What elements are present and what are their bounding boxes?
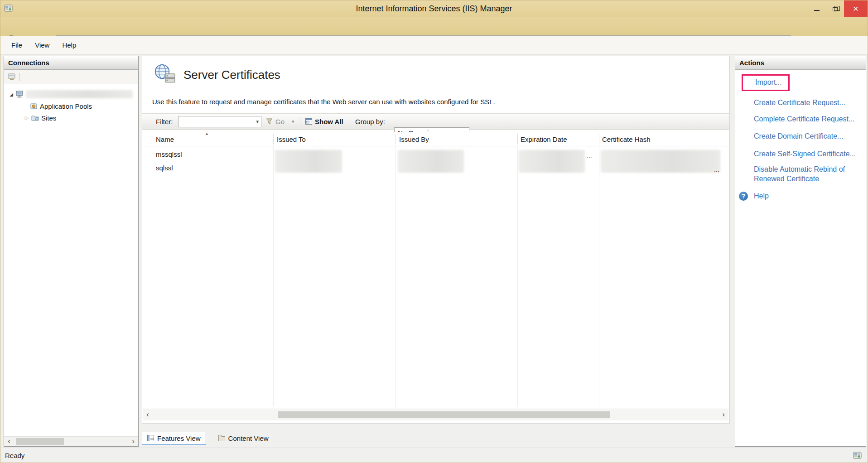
tab-content-view[interactable]: Content View (213, 432, 274, 444)
titlebar: Internet Information Services (IIS) Mana… (0, 0, 868, 17)
redacted-certificate-hash (601, 150, 720, 173)
certificate-name: mssqlssl (156, 150, 182, 158)
filter-combobox[interactable]: ▾ (178, 116, 261, 127)
show-all-icon (305, 114, 312, 129)
feature-description: Use this feature to request and manage c… (152, 98, 495, 106)
create-connection-icon[interactable] (8, 73, 16, 81)
window-controls: × (808, 0, 868, 17)
restore-button[interactable] (826, 0, 844, 17)
column-divider[interactable] (273, 134, 274, 145)
iis-manager-window: Internet Information Services (IIS) Mana… (0, 0, 868, 463)
expander-closed-icon[interactable]: ▷ (24, 115, 29, 121)
column-divider[interactable] (599, 134, 599, 145)
addressbar: ▶ 3 ▶ × ? ▾ (0, 17, 868, 36)
go-dropdown-icon[interactable]: ▾ (292, 114, 294, 129)
view-tabs: Features View Content View (142, 431, 274, 445)
tree-item-application-pools[interactable]: Application Pools (4, 100, 138, 112)
toolbar-divider (19, 73, 20, 81)
features-view-icon (147, 435, 154, 441)
expiration-ellipsis: ... (587, 152, 592, 159)
action-create-self-signed-certificate[interactable]: Create Self-Signed Certificate... (754, 149, 862, 159)
tree-item-sites[interactable]: ▷ Sites (4, 112, 138, 124)
page-title: Server Certificates (183, 68, 280, 82)
filter-input[interactable] (178, 116, 252, 127)
import-highlight-box: Import... (742, 74, 790, 91)
sort-ascending-icon: ▴ (206, 131, 208, 136)
menu-view[interactable]: View (30, 39, 54, 51)
list-horizontal-scrollbar[interactable]: ‹ › (143, 409, 728, 420)
show-all-button[interactable]: Show All (315, 114, 343, 129)
go-button[interactable]: Go (275, 114, 285, 129)
scroll-right-icon[interactable]: › (719, 410, 728, 420)
tab-features-view[interactable]: Features View (142, 432, 206, 445)
server-icon (16, 91, 24, 98)
toolbar-divider (300, 117, 300, 126)
restore-icon (833, 7, 838, 11)
minimize-button[interactable] (808, 0, 826, 17)
dropdown-icon[interactable]: ▾ (256, 119, 259, 125)
connections-header: Connections (4, 56, 138, 70)
help-icon: ? (739, 192, 748, 201)
scroll-right-icon[interactable]: › (129, 437, 137, 446)
iis-status-icon (853, 451, 862, 461)
actions-panel: Actions Import... Create Certificate Req… (735, 56, 866, 447)
scrollbar-thumb[interactable] (278, 411, 610, 418)
menu-file[interactable]: File (7, 39, 27, 51)
actions-header: Actions (735, 56, 866, 70)
action-create-domain-certificate[interactable]: Create Domain Certificate... (754, 131, 862, 141)
scroll-left-icon[interactable]: ‹ (144, 410, 152, 420)
minimize-icon (814, 10, 820, 11)
sites-folder-icon (31, 115, 39, 121)
connections-panel: Connections ◢ Application Pools (4, 56, 139, 447)
window-title: Internet Information Services (IIS) Mana… (0, 0, 868, 17)
hash-ellipsis: ... (714, 166, 719, 173)
filter-toolbar: Filter: ▾ Go ▾ Show All Group by: No Gro… (142, 113, 729, 130)
filter-label: Filter: (156, 114, 173, 129)
certificate-name: sqlssl (156, 164, 173, 172)
column-header-issued-by[interactable]: Issued By (399, 135, 429, 143)
action-disable-automatic-rebind[interactable]: Disable Automatic Rebind of Renewed Cert… (754, 164, 853, 183)
scrollbar-thumb[interactable] (16, 438, 64, 445)
column-line (273, 146, 274, 407)
server-certificates-panel: Server Certificates Use this feature to … (142, 56, 729, 424)
column-header-issued-to[interactable]: Issued To (277, 135, 306, 143)
tab-label: Content View (228, 434, 269, 442)
column-divider[interactable] (517, 134, 518, 145)
connections-horizontal-scrollbar[interactable]: ‹ › (4, 436, 138, 446)
column-line (517, 146, 518, 407)
redacted-expiration-date (519, 150, 585, 173)
scroll-left-icon[interactable]: ‹ (5, 437, 13, 446)
expander-open-icon[interactable]: ◢ (9, 92, 14, 97)
connections-tree: ◢ Application Pools ▷ Sites (4, 84, 138, 124)
action-help[interactable]: ? Help (739, 192, 866, 201)
column-header-certificate-hash[interactable]: Certificate Hash (602, 135, 651, 143)
tree-item-label: Sites (41, 114, 56, 122)
go-funnel-icon (266, 114, 273, 129)
column-divider[interactable] (395, 134, 395, 145)
action-create-certificate-request[interactable]: Create Certificate Request... (754, 98, 862, 107)
tab-label: Features View (157, 434, 201, 442)
statusbar: Ready (0, 448, 868, 463)
close-button[interactable]: × (844, 0, 868, 17)
tree-item-server[interactable]: ◢ (4, 88, 138, 100)
list-header: ▴ Name Issued To Issued By Expiration Da… (142, 132, 729, 146)
server-certificates-icon (154, 63, 176, 85)
group-by-label: Group by: (355, 114, 385, 129)
redacted-issued-to (275, 150, 342, 173)
action-import[interactable]: Import... (755, 77, 782, 87)
help-label: Help (754, 192, 769, 200)
action-complete-certificate-request[interactable]: Complete Certificate Request... (754, 114, 862, 124)
menubar: File View Help (0, 36, 868, 55)
connections-toolbar (4, 70, 138, 84)
content-view-icon (218, 436, 225, 441)
application-pools-icon (30, 103, 38, 110)
column-header-expiration-date[interactable]: Expiration Date (521, 135, 567, 143)
column-line (395, 146, 395, 407)
tree-item-label: Application Pools (40, 102, 92, 110)
status-text: Ready (5, 452, 24, 459)
column-header-name[interactable]: Name (156, 135, 174, 143)
toolbar-divider (350, 117, 350, 126)
menu-help[interactable]: Help (58, 39, 81, 51)
column-line (599, 146, 599, 407)
redacted-issued-by (398, 150, 464, 173)
